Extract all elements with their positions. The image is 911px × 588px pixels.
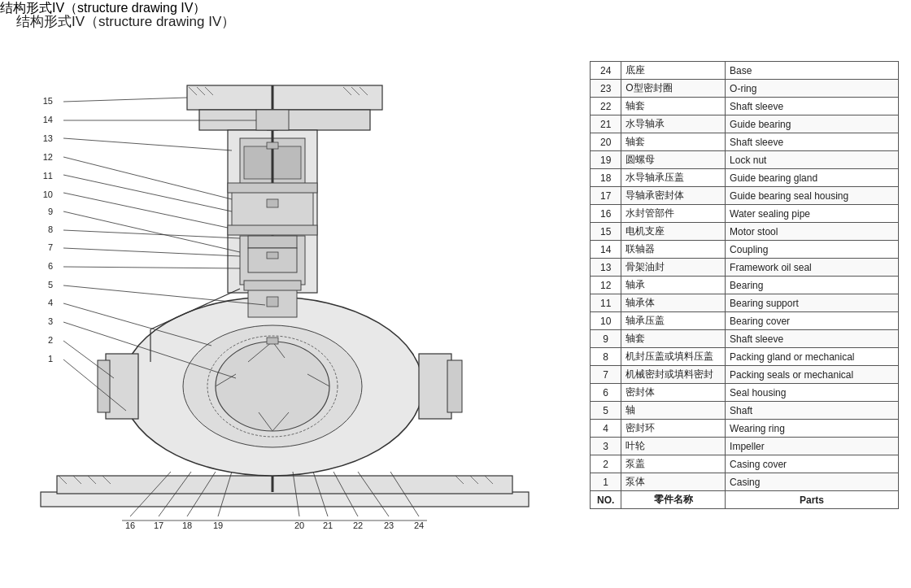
- row-cn: 轴套: [621, 98, 726, 115]
- svg-text:10: 10: [43, 189, 53, 199]
- row-en: Bearing cover: [726, 312, 899, 330]
- table-row: 1 泵体 Casing: [591, 473, 899, 491]
- row-cn: O型密封圈: [621, 80, 726, 98]
- row-en: Bearing: [726, 277, 899, 294]
- table-row: 24 底座 Base: [591, 62, 899, 80]
- row-no: 4: [591, 420, 621, 438]
- diagram-area: 15 14 13 12 11 10 9 8 7 6 5 4 3 2 1 16: [8, 37, 578, 565]
- row-cn: 泵体: [621, 473, 726, 491]
- table-row: 21 水导轴承 Guide bearing: [591, 115, 899, 133]
- svg-line-58: [63, 211, 240, 252]
- table-row: 10 轴承压盖 Bearing cover: [591, 312, 899, 330]
- row-cn: 机械密封或填料密封: [621, 366, 726, 384]
- svg-rect-14: [248, 236, 297, 248]
- row-no: 11: [591, 294, 621, 312]
- svg-text:9: 9: [48, 207, 53, 216]
- row-en: Lock nut: [726, 151, 899, 169]
- row-cn: 轴: [621, 402, 726, 420]
- table-row: 11 轴承体 Bearing support: [591, 294, 899, 312]
- row-en: Shaft sleeve: [726, 98, 899, 115]
- svg-line-52: [63, 98, 187, 102]
- row-en: O-ring: [726, 80, 899, 98]
- table-row: 19 圆螺母 Lock nut: [591, 151, 899, 169]
- svg-text:18: 18: [182, 520, 192, 530]
- svg-line-57: [63, 193, 228, 228]
- svg-rect-38: [267, 338, 278, 344]
- table-row: 7 机械密封或填料密封 Packing seals or mechanical: [591, 366, 899, 384]
- table-row: 12 轴承 Bearing: [591, 277, 899, 294]
- row-no: 16: [591, 205, 621, 223]
- row-cn: 泵盖: [621, 455, 726, 473]
- row-no: 1: [591, 473, 621, 491]
- row-en: Casing: [726, 473, 899, 491]
- row-cn: 轴套: [621, 330, 726, 348]
- row-cn: 密封环: [621, 420, 726, 438]
- svg-text:24: 24: [414, 520, 424, 530]
- row-cn: 骨架油封: [621, 259, 726, 277]
- row-no: 2: [591, 455, 621, 473]
- svg-point-18: [216, 342, 329, 431]
- row-en: Guide bearing: [726, 115, 899, 133]
- svg-rect-34: [267, 142, 278, 149]
- row-no: 21: [591, 115, 621, 133]
- row-en: Wearing ring: [726, 420, 899, 438]
- svg-text:21: 21: [323, 520, 333, 530]
- svg-text:11: 11: [43, 171, 53, 181]
- row-cn: 水导轴承压盖: [621, 169, 726, 187]
- row-cn: 机封压盖或填料压盖: [621, 348, 726, 366]
- svg-text:3: 3: [48, 316, 53, 326]
- row-cn: 轴承压盖: [621, 312, 726, 330]
- row-en: Packing gland or mechanical: [726, 348, 899, 366]
- row-en: Motor stool: [726, 223, 899, 241]
- row-cn: 水封管部件: [621, 205, 726, 223]
- row-en: Water sealing pipe: [726, 205, 899, 223]
- row-no: 6: [591, 384, 621, 402]
- table-row: 13 骨架油封 Framework oil seal: [591, 259, 899, 277]
- parts-table-container: 24 底座 Base 23 O型密封圈 O-ring 22 轴套 Shaft s…: [590, 61, 899, 509]
- row-en: Coupling: [726, 241, 899, 259]
- row-no: 23: [591, 80, 621, 98]
- svg-rect-26: [106, 354, 138, 419]
- row-en: Guide bearing seal housing: [726, 187, 899, 205]
- svg-text:5: 5: [48, 280, 53, 290]
- row-no: 15: [591, 223, 621, 241]
- row-no: 20: [591, 133, 621, 151]
- row-no: 9: [591, 330, 621, 348]
- svg-rect-35: [267, 199, 278, 207]
- row-no: 13: [591, 259, 621, 277]
- svg-text:16: 16: [125, 520, 135, 530]
- table-row: 23 O型密封圈 O-ring: [591, 80, 899, 98]
- row-no: 24: [591, 62, 621, 80]
- svg-text:15: 15: [43, 96, 53, 106]
- row-no: 22: [591, 98, 621, 115]
- row-cn: 叶轮: [621, 438, 726, 455]
- row-no: 18: [591, 169, 621, 187]
- svg-rect-15: [248, 248, 297, 272]
- row-cn: 轴承体: [621, 294, 726, 312]
- header-en: Parts: [726, 491, 899, 509]
- row-en: Framework oil seal: [726, 259, 899, 277]
- svg-text:6: 6: [48, 261, 53, 271]
- svg-text:4: 4: [48, 298, 53, 307]
- table-row: 22 轴套 Shaft sleeve: [591, 98, 899, 115]
- row-no: 3: [591, 438, 621, 455]
- svg-rect-2: [187, 85, 382, 110]
- svg-text:1: 1: [48, 354, 53, 364]
- svg-rect-9: [256, 110, 289, 130]
- row-en: Packing seals or mechanical: [726, 366, 899, 384]
- svg-text:2: 2: [48, 335, 53, 345]
- row-no: 14: [591, 241, 621, 259]
- table-row: 17 导轴承密封体 Guide bearing seal housing: [591, 187, 899, 205]
- svg-text:23: 23: [384, 520, 394, 530]
- svg-line-54: [63, 138, 232, 150]
- table-row: 2 泵盖 Casing cover: [591, 455, 899, 473]
- header-no: NO.: [591, 491, 621, 509]
- row-en: Guide bearing gland: [726, 169, 899, 187]
- table-row: 9 轴套 Shaft sleeve: [591, 330, 899, 348]
- row-no: 10: [591, 312, 621, 330]
- row-no: 19: [591, 151, 621, 169]
- row-cn: 圆螺母: [621, 151, 726, 169]
- table-row: 15 电机支座 Motor stool: [591, 223, 899, 241]
- table-row: 14 联轴器 Coupling: [591, 241, 899, 259]
- row-en: Impeller: [726, 438, 899, 455]
